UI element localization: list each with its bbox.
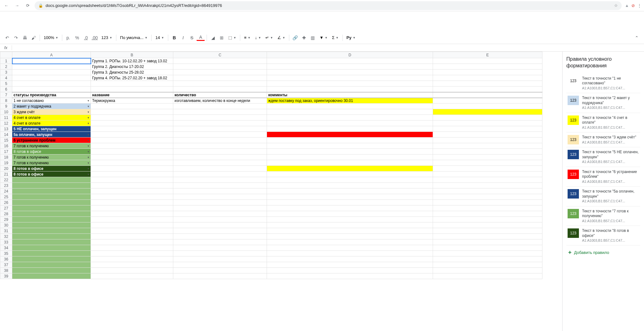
cell-A20[interactable]: 8 готов в офисе▼ <box>12 166 91 171</box>
cell-B24[interactable] <box>91 188 173 194</box>
cell-B34[interactable] <box>91 245 173 251</box>
cell-E31[interactable] <box>433 228 542 234</box>
cell-E17[interactable] <box>433 149 542 154</box>
row-header[interactable]: 2 <box>0 64 12 70</box>
reload-button[interactable]: ⟳ <box>24 2 31 9</box>
cell-B33[interactable] <box>91 239 173 245</box>
cell-A29[interactable] <box>12 217 91 222</box>
redo-button[interactable]: ↷ <box>12 34 20 42</box>
dropdown-icon[interactable]: ▼ <box>87 167 90 170</box>
cell-E21[interactable] <box>433 171 542 177</box>
row-header[interactable]: 20 <box>0 166 12 171</box>
cell-A27[interactable] <box>12 205 91 211</box>
cell-D21[interactable] <box>267 171 433 177</box>
row-header[interactable]: 29 <box>0 217 12 222</box>
back-button[interactable]: ← <box>3 2 10 9</box>
cell-B18[interactable] <box>91 154 173 160</box>
cell-C16[interactable] <box>173 143 267 149</box>
format-rule-5[interactable]: 123Текст в точности "6 устранение пробле… <box>566 167 640 187</box>
dropdown-icon[interactable]: ▼ <box>87 139 90 142</box>
cell-A31[interactable] <box>12 228 91 234</box>
cell-A1[interactable] <box>12 58 91 64</box>
cell-D28[interactable] <box>267 211 433 217</box>
cell-C14[interactable] <box>173 132 267 137</box>
filter-button[interactable]: ▼▼ <box>318 35 330 40</box>
cell-E34[interactable] <box>433 245 542 251</box>
cell-E12[interactable] <box>433 121 542 126</box>
cell-E13[interactable] <box>433 126 542 132</box>
wrap-button[interactable]: ↵▼ <box>264 35 275 40</box>
cell-E20[interactable] <box>433 166 542 171</box>
cell-D4[interactable] <box>267 75 433 81</box>
cell-A36[interactable] <box>12 256 91 262</box>
dropdown-icon[interactable]: ▼ <box>87 133 90 136</box>
text-color-button[interactable]: A <box>197 35 205 41</box>
cell-B35[interactable] <box>91 251 173 256</box>
cell-D34[interactable] <box>267 245 433 251</box>
cell-D3[interactable] <box>267 70 433 75</box>
cell-D16[interactable] <box>267 143 433 149</box>
row-header[interactable]: 36 <box>0 256 12 262</box>
row-header[interactable]: 14 <box>0 132 12 137</box>
cell-B30[interactable] <box>91 222 173 228</box>
drive-icon[interactable]: ▲ <box>625 3 629 8</box>
cell-B29[interactable] <box>91 217 173 222</box>
cell-A38[interactable] <box>12 268 91 273</box>
add-rule-button[interactable]: + Добавить правило <box>566 245 640 260</box>
cell-B7[interactable]: название <box>91 92 173 98</box>
cell-C35[interactable] <box>173 251 267 256</box>
cell-B17[interactable] <box>91 149 173 154</box>
row-header[interactable]: 17 <box>0 149 12 154</box>
cell-E18[interactable] <box>433 154 542 160</box>
functions-button[interactable]: Σ▼ <box>330 35 341 40</box>
cell-B10[interactable] <box>91 109 173 115</box>
cell-A23[interactable] <box>12 183 91 188</box>
cell-D8[interactable]: ждем поставку под заказ, ориентировочно … <box>267 98 433 104</box>
cell-B27[interactable] <box>91 205 173 211</box>
col-header-D[interactable]: D <box>267 52 433 58</box>
dropdown-icon[interactable]: ▼ <box>87 105 90 108</box>
row-header[interactable]: 18 <box>0 154 12 160</box>
cell-E8[interactable] <box>433 98 542 104</box>
cell-C26[interactable] <box>173 200 267 205</box>
cell-D18[interactable] <box>267 154 433 160</box>
cell-A13[interactable]: 5 НЕ оплачен, запущен▼ <box>12 126 91 132</box>
cell-C20[interactable] <box>173 166 267 171</box>
format-rule-6[interactable]: 123Текст в точности "5а оплачен, запущен… <box>566 187 640 206</box>
font-select[interactable]: По умолча...▼ <box>118 35 149 40</box>
cell-A16[interactable]: 7 готов к получению▼ <box>12 143 91 149</box>
row-header[interactable]: 27 <box>0 205 12 211</box>
cell-D23[interactable] <box>267 183 433 188</box>
cell-A9[interactable]: 2 макет у подрядчика▼ <box>12 104 91 109</box>
row-header[interactable]: 22 <box>0 177 12 183</box>
cell-D13[interactable] <box>267 126 433 132</box>
dropdown-icon[interactable]: ▼ <box>87 144 90 147</box>
cell-B15[interactable] <box>91 137 173 143</box>
cell-E38[interactable] <box>433 268 542 273</box>
cell-E14[interactable] <box>433 132 542 137</box>
dropdown-icon[interactable]: ▼ <box>87 161 90 164</box>
row-header[interactable]: 6 <box>0 87 12 92</box>
cell-E6[interactable] <box>433 87 542 92</box>
cell-D38[interactable] <box>267 268 433 273</box>
format-rule-8[interactable]: 123Текст в точности "8 готов в офисе"A1:… <box>566 226 640 245</box>
cell-C9[interactable] <box>173 104 267 109</box>
row-header[interactable]: 19 <box>0 160 12 166</box>
sheet-grid[interactable]: A B C D E 1Группа 1. РОПы. 10-12.02.20 +… <box>0 52 562 331</box>
cell-B25[interactable] <box>91 194 173 200</box>
row-header[interactable]: 16 <box>0 143 12 149</box>
row-header[interactable]: 12 <box>0 121 12 126</box>
cell-D31[interactable] <box>267 228 433 234</box>
row-header[interactable]: 30 <box>0 222 12 228</box>
cell-D22[interactable] <box>267 177 433 183</box>
merge-button[interactable]: ⬚▼ <box>226 35 238 40</box>
cell-A11[interactable]: 4 счет в оплате▼ <box>12 115 91 121</box>
cell-A14[interactable]: 5а оплачен, запущен▼ <box>12 132 91 137</box>
cell-C1[interactable] <box>173 58 267 64</box>
cell-E16[interactable] <box>433 143 542 149</box>
cell-B23[interactable] <box>91 183 173 188</box>
cell-C38[interactable] <box>173 268 267 273</box>
cell-B38[interactable] <box>91 268 173 273</box>
format-rule-3[interactable]: 123Текст в точности "3 ждем счёт"A1:A100… <box>566 132 640 147</box>
cell-C10[interactable] <box>173 109 267 115</box>
